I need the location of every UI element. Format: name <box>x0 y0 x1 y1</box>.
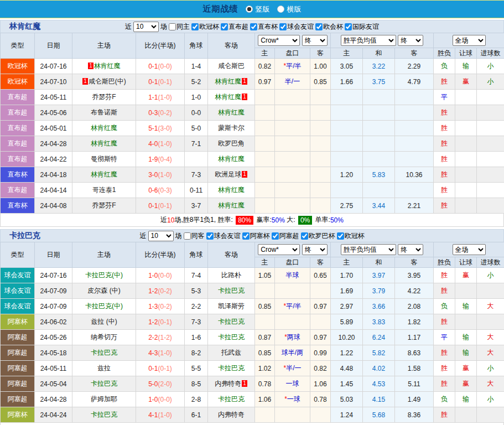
fulltime-select[interactable]: 全场 <box>453 244 486 255</box>
away-team-name[interactable]: 卡拉巴克 <box>218 333 245 341</box>
home-team-name[interactable]: 卡拉巴克(中) <box>85 271 123 279</box>
league-checkbox[interactable] <box>301 232 308 240</box>
league-filter-option[interactable]: 欧会杯 <box>315 22 343 32</box>
home-team-name[interactable]: 卡拉巴克 <box>91 411 117 418</box>
home-team-name[interactable]: 哥连泰1 <box>92 186 116 194</box>
home-team-name[interactable]: 布鲁诺斯 <box>91 108 117 116</box>
odds-away <box>310 167 331 183</box>
odds-home: 0.87 <box>255 330 275 345</box>
away-team-name[interactable]: 卡拉巴克 <box>218 318 245 325</box>
away-team-name[interactable]: 卡拉巴克 <box>218 287 245 294</box>
league-filter-option[interactable]: 球会友谊 <box>206 231 241 241</box>
league-filter-option[interactable]: 欧冠杯 <box>337 231 365 241</box>
score-cell: 0-1(0-0) <box>136 59 185 74</box>
away-team-name[interactable]: 林肯红魔 <box>215 93 241 101</box>
home-team-cell: 萨姆加耶 <box>72 392 136 407</box>
home-team-name[interactable]: 曼彻斯特 <box>91 155 117 163</box>
summary-text: 大: <box>285 215 297 225</box>
avg-stage-select[interactable]: 终 <box>398 244 423 255</box>
home-team-name[interactable]: 萨姆加耶 <box>91 395 117 403</box>
league-checkbox[interactable] <box>250 23 257 30</box>
league-filter-option[interactable]: 阿塞杯 <box>242 231 270 241</box>
result-handicap: 输 <box>455 345 477 361</box>
league-checkbox[interactable] <box>315 23 323 30</box>
league-checkbox[interactable] <box>345 23 352 30</box>
league-filter-option[interactable]: 阿塞超 <box>272 231 299 241</box>
league-checkbox[interactable] <box>221 23 228 30</box>
layout-option-horizontal[interactable]: 横版 <box>273 4 302 14</box>
away-team-name[interactable]: 欧洲足球 <box>215 170 241 178</box>
league-badge: 阿塞杯 <box>1 314 35 330</box>
away-team-name[interactable]: 欧罗巴角 <box>218 139 245 147</box>
league-checkbox[interactable] <box>337 232 344 240</box>
avg-odds-select[interactable]: 胜平负均值 <box>341 35 396 46</box>
avg-odds-select[interactable]: 胜平负均值 <box>341 244 396 255</box>
home-team-name[interactable]: 兹拉 (中) <box>91 318 117 325</box>
home-team-name[interactable]: 林肯红魔 <box>94 62 121 70</box>
league-filter-option[interactable]: 欧冠杯 <box>191 22 219 32</box>
same-venue-checkbox[interactable] <box>169 23 176 30</box>
home-team-name[interactable]: 卡拉巴克 <box>91 349 117 356</box>
league-checkbox[interactable] <box>191 23 199 30</box>
col-header-date: 日期 <box>35 33 72 59</box>
home-team-name[interactable]: 咸仑斯巴(中) <box>89 77 126 85</box>
home-team-name[interactable]: 皮尔森 (中) <box>87 287 120 294</box>
away-team-name[interactable]: 托武兹 <box>221 349 241 356</box>
horizontal-layout-radio[interactable] <box>277 6 284 13</box>
home-team-name[interactable]: 林肯红魔 <box>91 124 117 132</box>
sub-header-goals: 进球数 <box>477 48 504 59</box>
home-team-name[interactable]: 林肯红魔 <box>91 170 117 178</box>
home-team-name[interactable]: 卡拉巴克 <box>91 380 117 387</box>
same-venue-checkbox[interactable] <box>184 232 191 240</box>
handicap-value: 一球 <box>287 395 300 403</box>
result-handicap <box>455 407 477 423</box>
bookmaker-select[interactable]: Crow* <box>258 244 300 255</box>
league-checkbox[interactable] <box>206 232 214 240</box>
league-filter-option[interactable]: 球会友谊 <box>279 22 314 32</box>
away-team-name[interactable]: 内弗特奇 <box>218 411 245 418</box>
league-checkbox[interactable] <box>272 232 279 240</box>
recent-games-select[interactable]: 10 <box>148 231 174 241</box>
away-team-name[interactable]: 卡拉巴克 <box>218 364 245 372</box>
avg-stage-select[interactable]: 终 <box>398 35 423 46</box>
away-team-name[interactable]: 林肯红魔 <box>218 201 245 209</box>
away-team-name[interactable]: 内弗特奇 <box>215 380 241 387</box>
away-team-name[interactable]: 林肯红魔 <box>218 186 245 194</box>
home-team-name[interactable]: 乔瑟芬F <box>92 93 116 101</box>
league-checkbox[interactable] <box>279 23 287 30</box>
same-venue-option[interactable]: 同主 <box>169 22 190 32</box>
score-cell: 0-3(0-2) <box>136 105 185 121</box>
fulltime-select[interactable]: 全场 <box>453 35 486 46</box>
league-filter-option[interactable]: 直布杯 <box>250 22 278 32</box>
bookmaker-select[interactable]: Crow* <box>258 35 300 46</box>
vertical-layout-radio[interactable] <box>246 6 253 13</box>
layout-option-vertical[interactable]: 竖版 <box>241 4 270 14</box>
home-team-name[interactable]: 林肯红魔 <box>91 139 117 147</box>
league-filter-option[interactable]: 欧罗巴杯 <box>301 231 335 241</box>
league-filter-option[interactable]: 国际友谊 <box>345 22 379 32</box>
away-team-name[interactable]: 凯泽斯劳 <box>218 302 245 310</box>
away-team-name[interactable]: 蒙斯卡尔 <box>218 124 245 132</box>
home-team-name[interactable]: 兹拉 <box>97 364 111 372</box>
avg-lose-odds <box>395 183 434 198</box>
away-team-name[interactable]: 林肯红魔 <box>218 108 245 116</box>
away-team-cell: 咸仑斯巴 <box>208 59 255 74</box>
away-team-name[interactable]: 卡拉巴克 <box>218 395 245 403</box>
home-team-name[interactable]: 纳希切万 <box>91 333 117 341</box>
avg-win-odds <box>331 152 363 167</box>
away-team-name[interactable]: 比路朴 <box>221 271 241 279</box>
away-team-name[interactable]: 咸仑斯巴 <box>218 62 245 70</box>
home-team-name[interactable]: 乔瑟芬F <box>92 201 116 209</box>
same-venue-option[interactable]: 同客 <box>184 231 205 241</box>
result-outcome: 胜 <box>434 105 455 121</box>
league-checkbox[interactable] <box>242 232 250 240</box>
away-team-name[interactable]: 林肯红魔 <box>218 155 245 163</box>
league-filter-option[interactable]: 直布超 <box>221 22 248 32</box>
match-row: 球会友谊 24-07-09 卡拉巴克(中) 1-3(0-2) 2-2 凯泽斯劳 … <box>1 299 504 314</box>
recent-games-select[interactable]: 10 <box>133 22 159 32</box>
home-team-name[interactable]: 卡拉巴克(中) <box>85 302 123 310</box>
odds-stage-select[interactable]: 终 <box>302 244 328 255</box>
odds-handicap: *两球 <box>275 330 310 345</box>
away-team-name[interactable]: 林肯红魔 <box>215 77 241 85</box>
odds-stage-select[interactable]: 终 <box>302 35 328 46</box>
